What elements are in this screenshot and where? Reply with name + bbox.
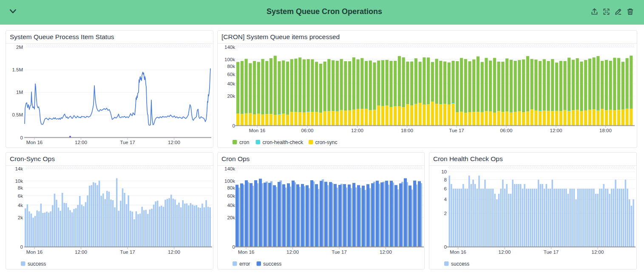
svg-text:12:00: 12:00: [550, 128, 562, 133]
svg-text:Tue 17: Tue 17: [120, 249, 135, 255]
svg-text:140k: 140k: [224, 45, 235, 50]
svg-text:40k: 40k: [227, 203, 235, 208]
svg-text:12:00: 12:00: [592, 249, 604, 255]
svg-text:12:00: 12:00: [168, 140, 180, 145]
svg-text:100k: 100k: [224, 179, 235, 184]
svg-text:cron: cron: [239, 139, 249, 145]
svg-text:60k: 60k: [227, 72, 235, 77]
svg-text:100k: 100k: [224, 57, 235, 62]
svg-text:4k: 4k: [18, 203, 23, 208]
svg-text:12:00: 12:00: [351, 128, 363, 133]
svg-text:Tue 17: Tue 17: [332, 249, 346, 255]
svg-text:1M: 1M: [16, 90, 23, 95]
svg-text:Mon 16: Mon 16: [238, 249, 254, 255]
svg-text:cron-health-check: cron-health-check: [263, 139, 304, 145]
svg-text:18:00: 18:00: [599, 128, 612, 133]
svg-text:4: 4: [444, 197, 447, 202]
svg-text:error: error: [239, 261, 250, 267]
svg-text:6k: 6k: [18, 193, 23, 198]
svg-text:2M: 2M: [16, 45, 23, 50]
svg-text:Tue 17: Tue 17: [544, 249, 559, 255]
svg-text:success: success: [28, 261, 46, 267]
svg-text:Tue 17: Tue 17: [449, 128, 464, 133]
svg-text:2k: 2k: [18, 215, 23, 220]
svg-text:40k: 40k: [227, 81, 235, 86]
svg-text:0: 0: [233, 123, 235, 128]
svg-text:Tue 17: Tue 17: [120, 140, 135, 145]
svg-text:06:00: 06:00: [500, 128, 513, 133]
svg-text:6: 6: [444, 186, 447, 191]
svg-text:80k: 80k: [227, 64, 235, 69]
svg-text:60k: 60k: [227, 193, 235, 198]
svg-text:Mon 16: Mon 16: [26, 249, 43, 255]
svg-text:2: 2: [444, 211, 447, 216]
svg-text:0: 0: [20, 135, 23, 140]
svg-text:20k: 20k: [227, 94, 235, 99]
svg-text:14k: 14k: [15, 166, 23, 171]
svg-text:success: success: [451, 261, 469, 267]
svg-text:10: 10: [441, 169, 447, 174]
svg-text:12:00: 12:00: [168, 249, 180, 255]
svg-text:06:00: 06:00: [301, 128, 314, 133]
svg-text:1.5M: 1.5M: [12, 67, 23, 72]
svg-text:Mon 16: Mon 16: [450, 249, 466, 255]
svg-text:140k: 140k: [224, 166, 235, 171]
svg-text:10k: 10k: [15, 179, 23, 184]
svg-text:success: success: [263, 261, 281, 267]
svg-text:Mon 16: Mon 16: [26, 140, 43, 145]
svg-text:12:00: 12:00: [380, 249, 392, 255]
svg-text:0: 0: [20, 244, 23, 249]
svg-text:80k: 80k: [227, 185, 235, 190]
svg-text:8: 8: [444, 177, 447, 182]
svg-text:8k: 8k: [18, 185, 23, 190]
svg-text:18:00: 18:00: [401, 128, 413, 133]
svg-text:12:00: 12:00: [499, 249, 511, 255]
svg-text:20k: 20k: [227, 215, 235, 220]
svg-text:0.5M: 0.5M: [12, 112, 23, 117]
svg-text:0: 0: [233, 244, 235, 249]
svg-text:12:00: 12:00: [75, 140, 87, 145]
svg-text:12:00: 12:00: [75, 249, 87, 255]
svg-text:Mon 16: Mon 16: [249, 128, 265, 133]
svg-text:cron-sync: cron-sync: [315, 139, 338, 145]
svg-text:12:00: 12:00: [287, 249, 299, 255]
